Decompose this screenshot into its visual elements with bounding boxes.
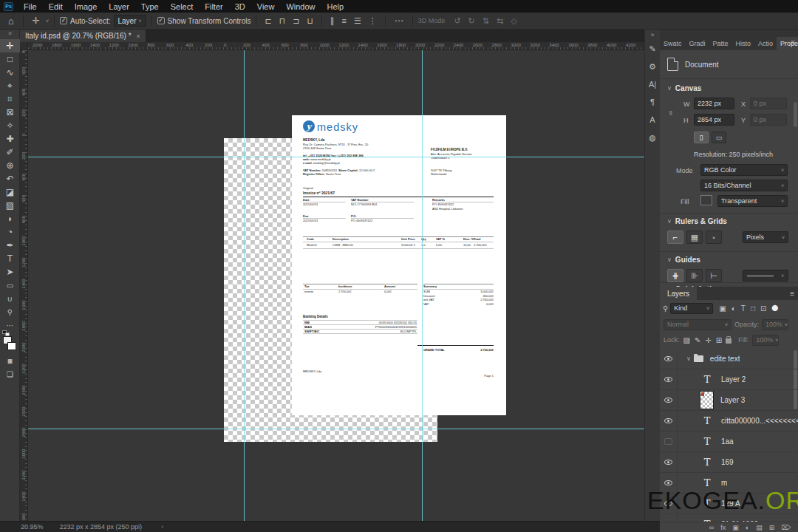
object-selection-tool[interactable]: ⌖ bbox=[0, 79, 20, 92]
marquee-tool[interactable]: □ bbox=[0, 52, 20, 66]
layer-row[interactable]: ∨edite text bbox=[660, 349, 798, 369]
toggle-grid-button[interactable]: ▦ bbox=[686, 231, 703, 244]
layers-tab[interactable]: Layers bbox=[660, 287, 697, 300]
distribute-top-icon[interactable]: ☰ bbox=[351, 16, 364, 26]
menu-layer[interactable]: Layer bbox=[103, 0, 135, 13]
panel-tab-swatc[interactable]: Swatc bbox=[660, 37, 686, 50]
blur-tool[interactable]: ◗ bbox=[0, 212, 20, 225]
new-group-icon[interactable]: ▤ bbox=[756, 524, 763, 531]
lock-all-icon[interactable] bbox=[726, 338, 732, 344]
fill-swatch[interactable] bbox=[700, 195, 712, 205]
zoom-tool[interactable]: ⚲ bbox=[0, 305, 20, 318]
new-layer-icon[interactable]: ⊞ bbox=[769, 524, 775, 531]
align-right-icon[interactable]: ⊐ bbox=[290, 16, 302, 26]
chevron-down-icon[interactable]: ∨ bbox=[667, 218, 672, 225]
menu-edit[interactable]: Edit bbox=[43, 0, 69, 13]
3d-rotate-icon[interactable]: ↺ bbox=[451, 16, 463, 26]
distribute-vertical-icon[interactable]: ∥ bbox=[327, 16, 338, 26]
more-options-icon[interactable]: ⋯ bbox=[391, 16, 407, 26]
vertical-ruler[interactable]: 8006004002000200400600800100012001400160… bbox=[20, 50, 28, 521]
move-tool[interactable]: ✛ bbox=[0, 39, 20, 52]
lock-guides-button[interactable]: ⊪ bbox=[686, 269, 703, 282]
distribute-horizontal-icon[interactable]: ≡ bbox=[339, 16, 349, 25]
menu-image[interactable]: Image bbox=[69, 0, 103, 13]
menu-3d[interactable]: 3D bbox=[229, 0, 251, 13]
layer-row[interactable]: TLayer 2 bbox=[660, 369, 798, 390]
align-bottom-icon[interactable]: ⊔ bbox=[304, 16, 316, 26]
3d-slide-icon[interactable]: ⇆ bbox=[494, 16, 506, 26]
toggle-rulers-button[interactable]: ⌐ bbox=[667, 231, 683, 244]
orientation-landscape-button[interactable]: ▭ bbox=[712, 132, 726, 143]
move-tool-icon[interactable]: ✛ bbox=[29, 16, 44, 26]
layer-visibility-toggle[interactable] bbox=[660, 349, 678, 369]
layers-panel-menu-icon[interactable]: ≡ bbox=[790, 290, 794, 298]
frame-tool[interactable]: ⊠ bbox=[0, 106, 20, 119]
filter-toggle-icon[interactable]: ⬤ bbox=[771, 304, 778, 313]
layer-row[interactable]: Tcitta000000...<<<<<<<<0 d bbox=[660, 411, 798, 432]
3d-roll-icon[interactable]: ↻ bbox=[466, 16, 478, 26]
show-transform-checkbox[interactable]: ✓ bbox=[157, 17, 165, 24]
guide-vertical-2[interactable] bbox=[422, 50, 423, 521]
layer-visibility-toggle[interactable] bbox=[660, 452, 678, 473]
menu-window[interactable]: Window bbox=[280, 0, 321, 13]
layer-visibility-toggle[interactable] bbox=[660, 432, 678, 452]
close-icon[interactable]: × bbox=[137, 33, 140, 40]
guide-vertical-1[interactable] bbox=[244, 50, 245, 521]
filter-shape-layers-icon[interactable]: □ bbox=[751, 304, 755, 313]
panel-tab-gradi[interactable]: Gradi bbox=[686, 37, 709, 50]
adjustments-panel-icon[interactable]: ⚙ bbox=[645, 58, 661, 75]
3d-scale-icon[interactable]: ◇ bbox=[508, 16, 519, 26]
panel-tab-histo[interactable]: Histo bbox=[732, 37, 755, 50]
menu-type[interactable]: Type bbox=[135, 0, 165, 13]
menu-select[interactable]: Select bbox=[165, 0, 200, 13]
layer-visibility-toggle[interactable] bbox=[660, 411, 678, 432]
guide-horizontal-2[interactable] bbox=[28, 429, 644, 429]
panel-tab-patte[interactable]: Patte bbox=[709, 37, 732, 50]
horizontal-ruler[interactable]: 2000180016001400120010008006004002000200… bbox=[28, 42, 644, 50]
orientation-portrait-button[interactable]: ▯ bbox=[694, 132, 709, 143]
shape-tool[interactable]: ▭ bbox=[0, 279, 20, 292]
clear-guides-button[interactable]: ⊢ bbox=[706, 269, 722, 282]
zoom-level-field[interactable]: 20.95% bbox=[21, 523, 44, 531]
gradient-tool[interactable]: ▨ bbox=[0, 199, 20, 212]
dodge-tool[interactable]: ◔ bbox=[0, 225, 20, 239]
status-chevron-icon[interactable]: › bbox=[161, 523, 163, 531]
layer-mask-icon[interactable]: ▣ bbox=[732, 524, 739, 531]
brush-tool[interactable]: ✐ bbox=[0, 146, 20, 159]
chevron-down-icon[interactable]: ∨ bbox=[667, 85, 672, 92]
3d-drag-icon[interactable]: ⇅ bbox=[480, 16, 492, 26]
clone-stamp-tool[interactable]: ⊕ bbox=[0, 159, 20, 172]
layer-visibility-toggle[interactable] bbox=[660, 369, 678, 390]
background-color-swatch[interactable] bbox=[7, 342, 16, 350]
document-tab[interactable]: Italy id.psd @ 20.7% (RGB/16) * × bbox=[20, 30, 146, 42]
glyphs-panel-icon[interactable]: A bbox=[645, 111, 661, 129]
bit-depth-dropdown[interactable]: 16 Bits/Channel ˅ bbox=[700, 180, 788, 191]
history-brush-tool[interactable]: ↶ bbox=[0, 172, 20, 185]
filter-type-layers-icon[interactable]: T bbox=[741, 304, 746, 313]
layer-visibility-toggle[interactable] bbox=[660, 390, 678, 411]
auto-select-checkbox[interactable]: ✓ bbox=[60, 17, 67, 24]
canvas-width-field[interactable]: 2232 px bbox=[694, 98, 734, 109]
lock-paint-icon[interactable]: ✎ bbox=[695, 336, 700, 344]
hand-tool[interactable]: ∪ bbox=[0, 292, 20, 305]
history-panel-icon[interactable]: ✎ bbox=[645, 40, 661, 58]
menu-view[interactable]: View bbox=[251, 0, 281, 13]
home-icon[interactable]: ⌂ bbox=[4, 16, 18, 27]
toggle-pixel-grid-button[interactable]: ⬞ bbox=[706, 231, 722, 244]
panel-menu-icon[interactable]: ≡ bbox=[791, 38, 795, 47]
filter-adjustment-layers-icon[interactable]: ◐ bbox=[732, 304, 736, 313]
lock-move-icon[interactable]: ✛ bbox=[705, 336, 711, 344]
collapse-toolbar-icon[interactable]: » bbox=[0, 30, 20, 39]
auto-select-target-dropdown[interactable]: Layer ˅ bbox=[114, 15, 146, 27]
toggle-guides-button[interactable]: ⋕ bbox=[667, 269, 683, 282]
eyedropper-tool[interactable]: ✧ bbox=[0, 119, 20, 132]
canvas-height-field[interactable]: 2854 px bbox=[694, 114, 734, 126]
align-center-icon[interactable]: ⊓ bbox=[276, 16, 289, 26]
eraser-tool[interactable]: ◪ bbox=[0, 185, 20, 199]
link-dimensions-icon[interactable]: ∞ bbox=[667, 111, 675, 115]
chevron-down-icon[interactable]: ˅ bbox=[46, 18, 49, 24]
mode-dropdown[interactable]: RGB Color ˅ bbox=[700, 164, 788, 176]
lasso-tool[interactable]: ∿ bbox=[0, 66, 20, 79]
pen-tool[interactable]: ✒ bbox=[0, 239, 20, 252]
layer-row[interactable]: Layer 3 bbox=[660, 390, 798, 411]
